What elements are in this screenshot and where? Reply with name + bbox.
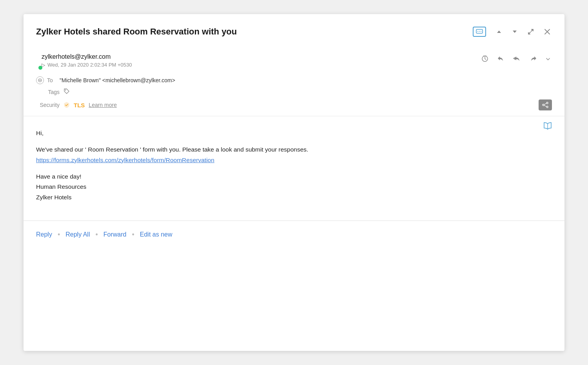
reply-all-button-top[interactable] bbox=[511, 54, 523, 63]
learn-more-link[interactable]: Learn more bbox=[89, 102, 117, 108]
svg-point-8 bbox=[546, 106, 548, 108]
to-row: To "Michelle Brown" <michellebrown@zylke… bbox=[24, 73, 564, 86]
svg-point-6 bbox=[65, 90, 66, 90]
edit-as-new-footer-button[interactable]: Edit as new bbox=[140, 229, 172, 240]
email-title: Zylker Hotels shared Room Reservation wi… bbox=[36, 27, 471, 37]
dot-1: • bbox=[58, 231, 60, 239]
share-button[interactable] bbox=[539, 99, 552, 110]
to-label: To bbox=[47, 77, 56, 83]
closing-line2: Human Resources bbox=[36, 183, 86, 190]
dot-2: • bbox=[95, 231, 98, 239]
to-expand-button[interactable] bbox=[36, 76, 44, 84]
chat-icon bbox=[473, 27, 486, 37]
security-label: Security bbox=[36, 102, 60, 108]
sender-row: zylkerhotels@zylker.com ▷ Wed, 29 Jan 20… bbox=[36, 53, 552, 68]
nav-down-button[interactable] bbox=[510, 27, 519, 36]
online-indicator bbox=[38, 66, 42, 70]
sender-actions bbox=[480, 53, 552, 63]
sender-date: ▷ Wed, 29 Jan 2020 2:02:34 PM +0530 bbox=[36, 62, 480, 68]
reminder-button[interactable] bbox=[480, 53, 490, 63]
security-left: Security TLS Learn more bbox=[36, 102, 117, 108]
footer-actions: Reply • Reply All • Forward • Edit as ne… bbox=[24, 221, 564, 249]
email-body: Hi, We've shared our ' Room Reservation … bbox=[36, 116, 552, 202]
closing-line1: Have a nice day! bbox=[36, 173, 81, 180]
security-row: Security TLS Learn more bbox=[24, 97, 564, 116]
to-value: "Michelle Brown" <michellebrown@zylker.c… bbox=[60, 77, 175, 83]
tls-text: TLS bbox=[74, 102, 85, 108]
expand-button[interactable] bbox=[526, 27, 535, 36]
sender-email: zylkerhotels@zylker.com bbox=[36, 53, 480, 60]
chat-button[interactable] bbox=[471, 25, 488, 38]
sender-section: zylkerhotels@zylker.com ▷ Wed, 29 Jan 20… bbox=[24, 46, 564, 73]
header-actions bbox=[471, 25, 552, 38]
svg-point-5 bbox=[38, 79, 42, 82]
add-tag-button[interactable] bbox=[64, 88, 70, 96]
email-greeting: Hi, bbox=[36, 128, 552, 138]
email-header: Zylker Hotels shared Room Reservation wi… bbox=[24, 14, 564, 46]
forward-footer-button[interactable]: Forward bbox=[103, 229, 127, 240]
svg-point-2 bbox=[479, 31, 480, 32]
svg-point-3 bbox=[481, 31, 481, 32]
sender-left: zylkerhotels@zylker.com ▷ Wed, 29 Jan 20… bbox=[36, 53, 480, 68]
dot-3: • bbox=[132, 231, 134, 239]
reply-all-footer-button[interactable]: Reply All bbox=[65, 229, 90, 240]
tags-label: Tags bbox=[36, 89, 60, 95]
date-text: Wed, 29 Jan 2020 2:02:34 PM +0530 bbox=[47, 62, 132, 68]
svg-point-1 bbox=[477, 31, 478, 32]
reply-footer-button[interactable]: Reply bbox=[36, 229, 52, 240]
closing-line3: Zylker Hotels bbox=[36, 194, 71, 201]
tls-shield-icon bbox=[64, 102, 70, 108]
email-body-section: Hi, We've shared our ' Room Reservation … bbox=[24, 116, 564, 217]
forward-button-top[interactable] bbox=[528, 54, 539, 63]
form-link[interactable]: https://forms.zylkerhotels.com/zylkerhot… bbox=[36, 157, 214, 163]
svg-point-7 bbox=[546, 102, 548, 104]
reply-button-top[interactable] bbox=[495, 54, 506, 63]
tags-row: Tags bbox=[24, 86, 564, 97]
more-actions-button[interactable] bbox=[544, 54, 552, 63]
close-button[interactable] bbox=[543, 27, 552, 36]
book-icon[interactable] bbox=[543, 122, 552, 132]
email-panel: Zylker Hotels shared Room Reservation wi… bbox=[24, 14, 564, 351]
nav-up-button[interactable] bbox=[495, 27, 503, 36]
email-paragraph: We've shared our ' Room Reservation ' fo… bbox=[36, 145, 552, 165]
svg-point-9 bbox=[543, 104, 544, 106]
email-closing: Have a nice day! Human Resources Zylker … bbox=[36, 172, 552, 202]
